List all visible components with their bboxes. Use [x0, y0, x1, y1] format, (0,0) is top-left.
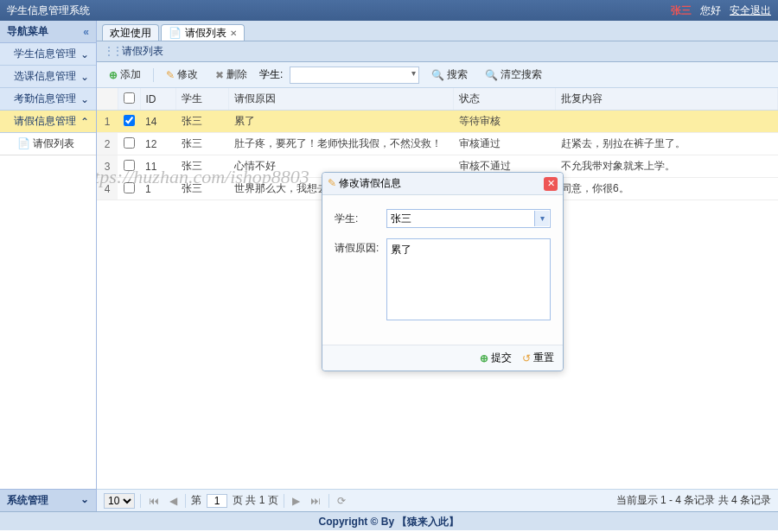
dialog-title: 修改请假信息	[328, 176, 401, 191]
logout-link[interactable]: 安全退出	[730, 3, 771, 18]
row-checkbox[interactable]	[124, 115, 135, 126]
clear-search-button[interactable]: 🔍清空搜索	[480, 66, 547, 84]
submit-button[interactable]: ⊕提交	[480, 351, 512, 365]
app-header: 学生信息管理系统 张三 您好 安全退出	[0, 0, 778, 21]
nav-student[interactable]: 学生信息管理⌄	[0, 43, 96, 66]
greet-text: 您好	[700, 3, 721, 18]
chevron-down-icon: ⌄	[80, 48, 89, 60]
row-checkbox[interactable]	[124, 182, 135, 193]
col-student[interactable]: 学生	[176, 88, 229, 111]
chevron-down-icon: ⌄	[80, 71, 89, 83]
collapse-icon: «	[83, 26, 89, 38]
toolbar: ⊕添加 ✎修改 ✖删除 学生: 🔍搜索 🔍清空搜索	[97, 62, 778, 88]
tab-welcome[interactable]: 欢迎使用	[102, 24, 159, 41]
last-page-button[interactable]: ⏭	[308, 495, 323, 507]
check-all[interactable]	[124, 92, 135, 104]
form-reason-label: 请假原因:	[335, 238, 386, 320]
content: 欢迎使用 📄 请假列表 ✕ 请假列表 ⊕添加 ✎修改 ✖删除 学生: 🔍搜索 🔍…	[97, 21, 778, 511]
form-reason-textarea[interactable]: 累了	[386, 238, 551, 320]
reset-icon: ↺	[522, 352, 531, 364]
tab-strip: 欢迎使用 📄 请假列表 ✕	[97, 21, 778, 41]
nav-leave[interactable]: 请假信息管理⌃	[0, 111, 96, 133]
table-row[interactable]: 212张三肚子疼，要死了！老师快批我假，不然没救！审核通过赶紧去，别拉在裤子里了…	[97, 133, 778, 155]
nav-header[interactable]: 导航菜单 «	[0, 21, 96, 43]
nav-leave-list[interactable]: 请假列表	[0, 133, 96, 155]
search-icon: 🔍	[431, 69, 444, 81]
reset-button[interactable]: ↺重置	[522, 351, 554, 365]
refresh-button[interactable]: ⟳	[335, 495, 348, 507]
chevron-down-icon: ⌄	[80, 93, 89, 105]
nav-system[interactable]: 系统管理⌄	[0, 489, 96, 511]
panel-title: 请假列表	[97, 41, 778, 62]
chevron-down-icon: ⌄	[80, 493, 89, 508]
dialog-header[interactable]: 修改请假信息 ✕	[322, 173, 563, 195]
pager-info: 当前显示 1 - 4 条记录 共 4 条记录	[616, 493, 771, 508]
grid-header: ID 学生 请假原因 状态 批复内容	[97, 88, 778, 111]
sidebar-fill	[0, 155, 96, 489]
dialog-close-button[interactable]: ✕	[544, 177, 558, 191]
edit-dialog: 修改请假信息 ✕ 学生: 请假原因: 累了 ⊕提交 ↺重置	[322, 172, 564, 371]
col-id[interactable]: ID	[140, 88, 176, 111]
clear-icon: 🔍	[485, 69, 498, 81]
submit-icon: ⊕	[480, 352, 488, 364]
form-student-label: 学生:	[335, 209, 386, 228]
nav-course[interactable]: 选课信息管理⌄	[0, 66, 96, 88]
edit-icon: ✎	[166, 69, 175, 81]
header-right: 张三 您好 安全退出	[671, 3, 771, 18]
tab-leave-list[interactable]: 📄 请假列表 ✕	[161, 24, 245, 41]
search-button[interactable]: 🔍搜索	[426, 66, 473, 84]
first-page-button[interactable]: ⏮	[146, 495, 162, 507]
main-layout: 导航菜单 « 学生信息管理⌄ 选课信息管理⌄ 考勤信息管理⌄ 请假信息管理⌃ 请…	[0, 21, 778, 511]
nav-attendance[interactable]: 考勤信息管理⌄	[0, 88, 96, 111]
student-combo[interactable]	[290, 66, 419, 84]
col-status[interactable]: 状态	[454, 88, 556, 111]
row-checkbox[interactable]	[124, 160, 135, 171]
form-student-combo[interactable]	[386, 209, 551, 228]
delete-button[interactable]: ✖删除	[210, 66, 252, 84]
chevron-up-icon: ⌃	[80, 116, 89, 128]
student-label: 学生:	[259, 67, 283, 82]
dialog-footer: ⊕提交 ↺重置	[322, 345, 563, 370]
app-title: 学生信息管理系统	[7, 3, 90, 18]
edit-button[interactable]: ✎修改	[161, 66, 203, 84]
col-reply[interactable]: 批复内容	[556, 88, 778, 111]
tab-icon: 📄	[169, 27, 182, 39]
add-icon: ⊕	[109, 69, 118, 81]
page-input[interactable]	[207, 494, 227, 508]
table-row[interactable]: 114张三累了等待审核	[97, 111, 778, 133]
row-checkbox[interactable]	[124, 137, 135, 149]
dialog-body: 学生: 请假原因: 累了	[322, 195, 563, 345]
pager: 10 ⏮ ◀ 第 页 共 1 页 ▶ ⏭ ⟳ 当前显示 1 - 4 条记录 共 …	[97, 489, 778, 511]
student-input[interactable]	[290, 66, 419, 84]
prev-page-button[interactable]: ◀	[167, 495, 180, 507]
add-button[interactable]: ⊕添加	[104, 66, 146, 84]
footer: Copyright © By 【猿来入此】	[0, 511, 778, 530]
form-student-input[interactable]	[386, 209, 551, 228]
col-reason[interactable]: 请假原因	[229, 88, 454, 111]
current-user: 张三	[671, 3, 692, 18]
sidebar: 导航菜单 « 学生信息管理⌄ 选课信息管理⌄ 考勤信息管理⌄ 请假信息管理⌃ 请…	[0, 21, 97, 511]
close-icon[interactable]: ✕	[230, 28, 237, 38]
next-page-button[interactable]: ▶	[290, 495, 303, 507]
delete-icon: ✖	[215, 69, 224, 81]
page-size-select[interactable]: 10	[104, 493, 135, 509]
